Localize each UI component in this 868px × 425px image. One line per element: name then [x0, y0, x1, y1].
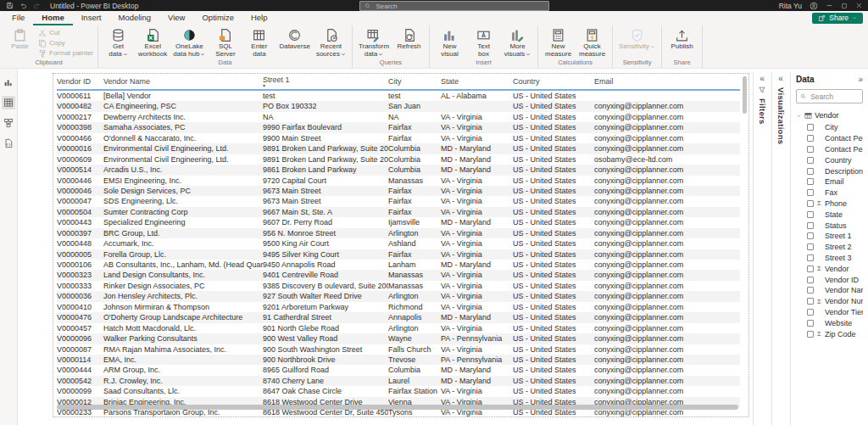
cell-email[interactable]: conyxing@cipplanner.com: [594, 112, 738, 122]
cell-email[interactable]: conyxing@cipplanner.com: [594, 176, 738, 186]
cell-state[interactable]: MD - Maryland: [441, 143, 513, 154]
cell-vendor-name[interactable]: EMSI Engineering, Inc.: [103, 176, 263, 186]
cell-vendor-id[interactable]: V0000005: [57, 249, 103, 260]
cell-state[interactable]: VA - Virginia: [441, 302, 513, 312]
new-measure-button[interactable]: Newmeasure: [542, 27, 574, 59]
cell-state[interactable]: MD - Maryland: [441, 217, 513, 227]
cell-vendor-name[interactable]: Walker Parking Consultants: [103, 333, 263, 344]
field-website[interactable]: Website: [796, 317, 863, 328]
cell-country[interactable]: US - United States: [513, 196, 594, 206]
cell-vendor-name[interactable]: Sole Design Services, PC: [103, 186, 263, 196]
field-status[interactable]: Status: [796, 220, 863, 231]
cell-city[interactable]: Manassas: [388, 176, 441, 186]
cell-state[interactable]: MD - Maryland: [441, 365, 513, 375]
menu-tab-optimize[interactable]: Optimize: [193, 11, 242, 25]
cell-street-1[interactable]: 8965 Guilford Road: [263, 365, 388, 375]
cell-vendor-id[interactable]: V0000036: [57, 291, 103, 301]
cell-country[interactable]: US - United States: [513, 122, 594, 132]
table-row[interactable]: V0000106AB Consultants, Inc., Lanham, Md…: [57, 260, 740, 270]
cell-city[interactable]: NA: [388, 112, 441, 122]
cell-state[interactable]: VA - Virginia: [441, 291, 513, 301]
field-street-2[interactable]: Street 2: [796, 242, 863, 253]
cell-vendor-id[interactable]: V0000323: [57, 270, 103, 280]
cell-country[interactable]: US - United States: [513, 344, 594, 355]
user-name[interactable]: Rita Yu: [779, 2, 802, 10]
table-row[interactable]: V0000448Accumark, Inc.9500 King Air Cour…: [57, 238, 740, 249]
cell-city[interactable]: Ashland: [388, 238, 441, 249]
share-button[interactable]: Share: [812, 13, 863, 24]
sensitivity-button[interactable]: Sensitivity: [617, 27, 657, 52]
cell-vendor-id[interactable]: V0000476: [57, 312, 103, 322]
cell-state[interactable]: VA - Virginia: [441, 112, 513, 122]
cell-state[interactable]: VA - Virginia: [441, 133, 513, 143]
cell-city[interactable]: Fairfax: [388, 207, 441, 217]
cell-email[interactable]: conyxing@cipplanner.com: [594, 238, 738, 249]
field-email[interactable]: Email: [796, 176, 863, 187]
cell-email[interactable]: conyxing@cipplanner.com: [594, 143, 738, 154]
cell-country[interactable]: US - United States: [513, 154, 594, 165]
cell-vendor-name[interactable]: Hatch Mott Macdonald, Llc.: [103, 323, 263, 333]
table-row[interactable]: V0000397BRC Group, Ltd.956 N. Monroe Str…: [57, 228, 740, 238]
cell-email[interactable]: conyxing@cipplanner.com: [594, 260, 738, 270]
cell-street-1[interactable]: 9385 Discovery B oulevard, Suite 200: [263, 281, 388, 291]
cell-country[interactable]: US - United States: [513, 281, 594, 291]
table-row[interactable]: V0000611[Bella] VendortesttestAL - Alaba…: [57, 91, 740, 101]
cell-city[interactable]: Ijamsville: [388, 217, 441, 227]
cell-vendor-name[interactable]: Accumark, Inc.: [103, 238, 263, 249]
cell-vendor-name[interactable]: Rinker Design Associates, PC: [103, 281, 263, 291]
minimize-icon[interactable]: [826, 2, 833, 9]
field-checkbox[interactable]: [807, 320, 814, 327]
field-vendor-tier[interactable]: Vendor Tier: [796, 307, 863, 318]
cell-street-1[interactable]: 9401 Centreville Road: [263, 270, 388, 280]
get-data-button[interactable]: Getdata: [103, 27, 134, 59]
cell-vendor-id[interactable]: V0000443: [57, 217, 103, 227]
column-header-country[interactable]: Country: [513, 74, 594, 89]
table-row[interactable]: V0000444ARM Group, Inc.8965 Guilford Roa…: [57, 365, 740, 375]
cell-country[interactable]: US - United States: [513, 386, 594, 396]
collapse-data-panel-icon[interactable]: »: [858, 75, 863, 84]
vertical-scrollbar[interactable]: [743, 76, 747, 114]
field-checkbox[interactable]: [807, 331, 814, 338]
cell-email[interactable]: conyxing@cipplanner.com: [594, 291, 738, 301]
cut-button[interactable]: Cut: [38, 29, 93, 37]
cell-vendor-id[interactable]: V0000457: [57, 323, 103, 333]
quick-measure-button[interactable]: Quickmeasure: [576, 27, 608, 59]
field-description[interactable]: Description: [796, 165, 863, 176]
field-checkbox[interactable]: [807, 211, 814, 218]
table-row[interactable]: V0000514Arcadis U.S., Inc.9861 Broken La…: [57, 165, 740, 175]
expand-filters-icon[interactable]: «: [760, 75, 765, 83]
cell-vendor-id[interactable]: V0000542: [57, 376, 103, 386]
table-row[interactable]: V0000476O'Doherty Group Landscape Archit…: [57, 312, 740, 322]
cell-country[interactable]: US - United States: [513, 112, 594, 122]
sql-server-button[interactable]: SQLServer: [209, 27, 241, 59]
cell-state[interactable]: VA - Virginia: [441, 176, 513, 186]
field-checkbox[interactable]: [807, 277, 814, 283]
field-phone[interactable]: ΣPhone: [796, 199, 863, 210]
cell-country[interactable]: US - United States: [513, 302, 594, 312]
view-model-view[interactable]: [2, 116, 15, 130]
table-row[interactable]: V0000087RMA Rajan Mahima Associates, Inc…: [57, 344, 740, 355]
cell-vendor-name[interactable]: O'donnell & Naccarato, Inc.: [103, 133, 263, 143]
table-row[interactable]: V0000016Environmental Civil Engineering,…: [57, 143, 740, 154]
cell-email[interactable]: conyxing@cipplanner.com: [594, 249, 738, 260]
cell-vendor-id[interactable]: V0000482: [57, 101, 103, 111]
cell-state[interactable]: [441, 101, 513, 111]
expand-visualizations-icon[interactable]: «: [778, 75, 783, 83]
cell-city[interactable]: Fairfax Station: [388, 386, 441, 396]
cell-country[interactable]: US - United States: [513, 143, 594, 154]
view-table-view[interactable]: [2, 96, 15, 109]
new-visual-button[interactable]: Newvisual: [434, 27, 465, 59]
field-checkbox[interactable]: [807, 309, 814, 316]
table-row[interactable]: V0000099Saad Consultants, Llc.8647 Oak C…: [57, 386, 740, 396]
field-contact-person[interactable]: Contact Person ...: [796, 144, 863, 155]
cell-email[interactable]: conyxing@cipplanner.com: [594, 101, 738, 111]
cell-street-1[interactable]: 9990 Fairfax Boulevard: [263, 122, 388, 132]
cell-country[interactable]: US - United States: [513, 133, 594, 143]
field-vendor-name[interactable]: Vendor Name: [796, 285, 863, 296]
fields-search-input[interactable]: [809, 92, 859, 102]
cell-email[interactable]: conyxing@cipplanner.com: [594, 217, 738, 227]
cell-city[interactable]: Fairfax: [388, 186, 441, 196]
cell-vendor-id[interactable]: V0000514: [57, 165, 103, 175]
global-search-input[interactable]: [374, 2, 544, 11]
cell-street-1[interactable]: 9495 Silver King Court: [263, 249, 388, 260]
